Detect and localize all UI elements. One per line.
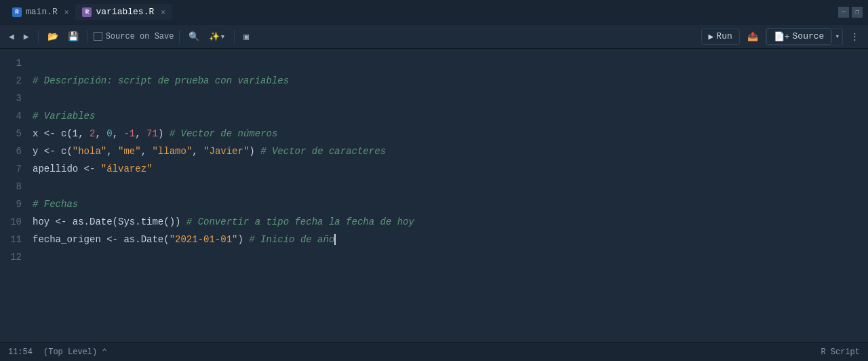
code-token: 1	[73, 125, 78, 142]
line-number: 3	[0, 90, 22, 107]
code-line: apellido <- "álvarez"	[33, 160, 868, 178]
minimize-btn[interactable]: ─	[838, 7, 849, 18]
code-token: "hola"	[73, 142, 106, 160]
code-line: # Descripción: script de prueba con vari…	[33, 72, 868, 90]
forward-btn[interactable]: ▶	[20, 29, 33, 44]
code-token: )	[237, 231, 249, 248]
code-token: ,	[78, 125, 90, 142]
tab-label-variables-r: variables.R	[96, 7, 154, 17]
line-number: 8	[0, 178, 22, 195]
code-token: "llamo"	[152, 142, 192, 160]
separator-2	[87, 30, 88, 43]
line-number: 1	[0, 54, 22, 72]
code-token: # Variables	[33, 107, 95, 125]
code-token: ,	[106, 142, 118, 160]
code-token: "álvarez"	[101, 160, 153, 178]
separator-1	[38, 30, 39, 43]
code-token: ,	[113, 125, 124, 142]
code-token: # Descripción: script de prueba con vari…	[33, 72, 289, 90]
code-token: "Javier"	[203, 142, 249, 160]
code-content[interactable]: # Descripción: script de prueba con vari…	[30, 49, 868, 342]
line-number: 6	[0, 142, 22, 160]
statusbar-scope: (Top Level) ⌃	[43, 347, 107, 357]
tab-main-r[interactable]: R main.R ✕	[5, 4, 75, 20]
source-label: Source	[793, 31, 825, 41]
separator-4	[234, 30, 235, 43]
restore-btn[interactable]: ❐	[852, 7, 863, 18]
code-token: ,	[135, 125, 146, 142]
code-line	[33, 90, 868, 107]
code-line: # Variables	[33, 107, 868, 125]
line-number: 5	[0, 125, 22, 142]
source-file-icon: 📄+	[774, 31, 790, 42]
code-token: "me"	[118, 142, 141, 160]
r-file-icon-variables: R	[82, 7, 92, 17]
tab-close-variables-r[interactable]: ✕	[161, 7, 165, 16]
r-file-icon-main: R	[12, 7, 22, 17]
source-on-save-checkbox[interactable]	[94, 32, 102, 41]
open-btn[interactable]: 📂	[44, 29, 62, 44]
code-token: "2021-01-01"	[170, 231, 238, 248]
code-token: )	[158, 125, 170, 142]
back-btn[interactable]: ◀	[5, 29, 18, 44]
code-token: hoy <- as.Date(Sys.time())	[33, 213, 186, 231]
code-line: hoy <- as.Date(Sys.time()) # Convertir a…	[33, 213, 868, 231]
run-icon: ▶	[709, 31, 714, 42]
code-token: y <- c(	[33, 142, 73, 160]
run-label: Run	[716, 31, 732, 41]
code-token: 0	[106, 125, 112, 142]
code-line: fecha_origen <- as.Date("2021-01-01") # …	[33, 231, 868, 248]
code-token: 71	[146, 125, 158, 142]
publish-btn[interactable]: 📤	[744, 29, 762, 44]
titlebar: R main.R ✕ R variables.R ✕ ─ ❐	[0, 0, 868, 24]
tab-label-main-r: main.R	[26, 7, 58, 17]
line-number: 4	[0, 107, 22, 125]
toolbar: ◀ ▶ 📂 💾 Source on Save 🔍 ✨▾ ▣ ▶ Run 📤 📄+…	[0, 24, 868, 49]
source-on-save-toggle[interactable]: Source on Save	[94, 32, 174, 41]
code-token: -1	[123, 125, 135, 142]
tab-close-main-r[interactable]: ✕	[64, 7, 69, 16]
line-number: 7	[0, 160, 22, 178]
toolbar-right: ▶ Run 📤 📄+ Source ▾ ⋮	[701, 28, 863, 45]
code-token: # Vector de caracteres	[260, 142, 386, 160]
code-token: apellido <-	[33, 160, 101, 178]
statusbar-filetype: R Script	[821, 347, 860, 357]
statusbar-time: 11:54	[8, 347, 33, 357]
statusbar-scope-arrow[interactable]: ⌃	[102, 347, 106, 357]
code-token: ,	[192, 142, 203, 160]
format-btn[interactable]: ▣	[240, 29, 252, 44]
statusbar: 11:54 (Top Level) ⌃ R Script	[0, 342, 868, 361]
magic-btn[interactable]: ✨▾	[205, 29, 229, 44]
code-token: # Fechas	[33, 195, 78, 213]
line-number: 12	[0, 248, 22, 266]
window-controls: ─ ❐	[838, 7, 863, 18]
text-cursor	[334, 234, 336, 245]
search-btn[interactable]: 🔍	[185, 29, 203, 44]
line-number: 10	[0, 213, 22, 231]
code-line	[33, 178, 868, 195]
source-dropdown-btn[interactable]: ▾	[831, 30, 842, 43]
more-options-btn[interactable]: ⋮	[847, 29, 863, 44]
code-token: ,	[141, 142, 153, 160]
line-number: 2	[0, 72, 22, 90]
code-token: # Inicio de año	[249, 231, 334, 248]
code-line	[33, 248, 868, 266]
line-number: 9	[0, 195, 22, 213]
code-line	[33, 54, 868, 72]
code-line: x <- c(1, 2, 0, -1, 71) # Vector de núme…	[33, 125, 868, 142]
code-token: x <- c(	[33, 125, 73, 142]
code-token: # Convertir a tipo fecha la fecha de hoy	[186, 213, 414, 231]
tab-variables-r[interactable]: R variables.R ✕	[75, 4, 172, 20]
code-line: y <- c("hola", "me", "llamo", "Javier") …	[33, 142, 868, 160]
run-button[interactable]: ▶ Run	[701, 28, 740, 45]
save-btn[interactable]: 💾	[64, 29, 82, 44]
code-token: ,	[95, 125, 106, 142]
source-on-save-label: Source on Save	[106, 32, 174, 41]
code-line: # Fechas	[33, 195, 868, 213]
line-number: 11	[0, 231, 22, 248]
editor-area: 123456789101112 # Descripción: script de…	[0, 49, 868, 342]
source-button[interactable]: 📄+ Source	[766, 28, 832, 45]
code-token: )	[249, 142, 260, 160]
code-token: fecha_origen <- as.Date(	[33, 231, 170, 248]
line-numbers: 123456789101112	[0, 49, 30, 342]
